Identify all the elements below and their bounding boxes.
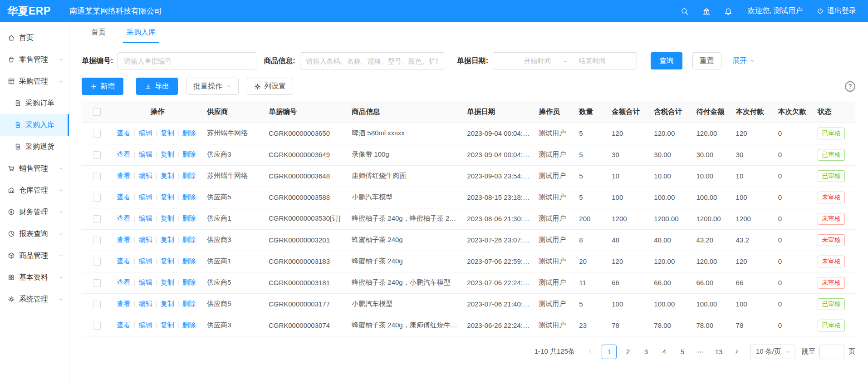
sidebar-item-purchase[interactable]: 采购管理 — [0, 70, 69, 92]
edit-link[interactable]: 编辑 — [139, 214, 152, 222]
sidebar-item-home[interactable]: 首页 — [0, 27, 69, 49]
sidebar-item-system[interactable]: 系统管理 — [0, 288, 69, 310]
delete-link[interactable]: 删除 — [182, 278, 196, 286]
delete-link[interactable]: 删除 — [182, 321, 196, 329]
copy-link[interactable]: 复制 — [161, 257, 174, 265]
view-link[interactable]: 查看 — [117, 214, 131, 222]
copy-link[interactable]: 复制 — [161, 278, 174, 286]
date-range-picker[interactable]: 开始时间 ~ 结束时间 — [493, 52, 637, 69]
copy-link[interactable]: 复制 — [161, 236, 174, 243]
delete-link[interactable]: 删除 — [182, 257, 196, 265]
copy-link[interactable]: 复制 — [161, 214, 174, 222]
edit-link[interactable]: 编辑 — [139, 300, 152, 307]
next-page-button[interactable] — [730, 345, 744, 359]
page-button[interactable]: 5 — [676, 345, 689, 359]
due-cell: 30.00 — [691, 144, 731, 165]
edit-link[interactable]: 编辑 — [139, 236, 152, 243]
page-button[interactable]: 3 — [639, 345, 653, 359]
row-checkbox[interactable] — [93, 237, 101, 244]
edit-link[interactable]: 编辑 — [139, 150, 152, 158]
sidebar-item-purchase-order[interactable]: 采购订单 — [0, 92, 69, 114]
building-icon[interactable] — [702, 7, 711, 15]
delete-link[interactable]: 删除 — [182, 129, 196, 137]
sidebar-item-purchase-in[interactable]: 采购入库 — [0, 114, 69, 136]
view-link[interactable]: 查看 — [117, 300, 131, 307]
tab-purchase-in[interactable]: 采购入库 — [123, 22, 159, 43]
tab-home[interactable]: 首页 — [88, 22, 109, 43]
batch-operations-button[interactable]: 批量操作 — [186, 78, 239, 95]
delete-link[interactable]: 删除 — [182, 214, 196, 222]
delete-link[interactable]: 删除 — [182, 193, 196, 201]
copy-link[interactable]: 复制 — [161, 129, 174, 137]
copy-link[interactable]: 复制 — [161, 150, 174, 158]
page-ellipsis[interactable]: ••• — [694, 345, 707, 359]
page-jump: 跳至页 — [802, 345, 855, 359]
jump-page-input[interactable] — [819, 345, 844, 359]
view-link[interactable]: 查看 — [117, 150, 131, 158]
edit-link[interactable]: 编辑 — [139, 321, 152, 329]
sidebar-item-basic[interactable]: 基本资料 — [0, 267, 69, 288]
bill-no-input[interactable] — [118, 52, 256, 69]
edit-link[interactable]: 编辑 — [139, 278, 152, 286]
sidebar-item-retail[interactable]: 零售管理 — [0, 49, 69, 70]
view-link[interactable]: 查看 — [117, 321, 131, 329]
copy-link[interactable]: 复制 — [161, 300, 174, 307]
row-checkbox[interactable] — [93, 301, 101, 308]
export-button[interactable]: 导出 — [136, 78, 178, 95]
delete-link[interactable]: 删除 — [182, 236, 196, 243]
view-link[interactable]: 查看 — [117, 193, 131, 201]
sidebar-item-purchase-return[interactable]: 采购退货 — [0, 136, 69, 158]
delete-link[interactable]: 删除 — [182, 172, 196, 179]
row-checkbox[interactable] — [93, 279, 101, 287]
row-checkbox[interactable] — [93, 151, 101, 159]
help-icon[interactable]: ? — [845, 81, 855, 92]
row-checkbox[interactable] — [93, 173, 101, 180]
page-button[interactable]: 13 — [712, 345, 726, 359]
page-button[interactable]: 4 — [657, 345, 671, 359]
delete-link[interactable]: 删除 — [182, 150, 196, 158]
row-checkbox[interactable] — [93, 215, 101, 223]
select-all-checkbox[interactable] — [93, 108, 101, 116]
column-settings-button[interactable]: 列设置 — [247, 78, 293, 95]
add-button[interactable]: 新增 — [82, 78, 123, 95]
bill-no-cell: CGRK00000003588 — [264, 187, 347, 208]
sidebar-item-warehouse[interactable]: 仓库管理 — [0, 179, 69, 201]
view-link[interactable]: 查看 — [117, 236, 131, 243]
page-size-select[interactable]: 10 条/页 — [750, 345, 795, 359]
edit-link[interactable]: 编辑 — [139, 129, 152, 137]
delete-link[interactable]: 删除 — [182, 300, 196, 307]
expand-link[interactable]: 展开 — [732, 56, 755, 66]
sidebar-item-goods[interactable]: 商品管理 — [0, 245, 69, 267]
edit-link[interactable]: 编辑 — [139, 172, 152, 179]
status-cell: 已审核 — [813, 123, 855, 144]
search-icon[interactable] — [681, 7, 689, 15]
view-link[interactable]: 查看 — [117, 172, 131, 179]
view-link[interactable]: 查看 — [117, 278, 131, 286]
page-button[interactable]: 2 — [621, 345, 635, 359]
prev-page-button[interactable] — [584, 345, 597, 359]
row-checkbox[interactable] — [93, 194, 101, 202]
sidebar-item-sales[interactable]: 销售管理 — [0, 158, 69, 179]
tab-bar: 首页采购入库 — [69, 22, 868, 43]
copy-link[interactable]: 复制 — [161, 193, 174, 201]
row-checkbox[interactable] — [93, 258, 101, 266]
row-checkbox[interactable] — [93, 322, 101, 330]
sidebar-item-finance[interactable]: 财务管理 — [0, 201, 69, 223]
sidebar-item-report[interactable]: 报表查询 — [0, 223, 69, 245]
reset-button[interactable]: 重置 — [692, 52, 721, 69]
view-link[interactable]: 查看 — [117, 257, 131, 265]
doc-icon — [14, 143, 21, 150]
logout-button[interactable]: 退出登录 — [816, 6, 856, 16]
goods-info-input[interactable] — [300, 52, 444, 69]
copy-link[interactable]: 复制 — [161, 321, 174, 329]
actions-cell: 查看|编辑|复制|删除 — [113, 293, 202, 315]
search-button[interactable]: 查询 — [651, 52, 682, 69]
edit-link[interactable]: 编辑 — [139, 257, 152, 265]
bell-icon[interactable] — [724, 7, 732, 15]
row-checkbox[interactable] — [93, 130, 101, 138]
view-link[interactable]: 查看 — [117, 129, 131, 137]
page-button[interactable]: 1 — [602, 345, 617, 359]
copy-link[interactable]: 复制 — [161, 172, 174, 179]
due-cell: 78.00 — [691, 315, 731, 336]
edit-link[interactable]: 编辑 — [139, 193, 152, 201]
